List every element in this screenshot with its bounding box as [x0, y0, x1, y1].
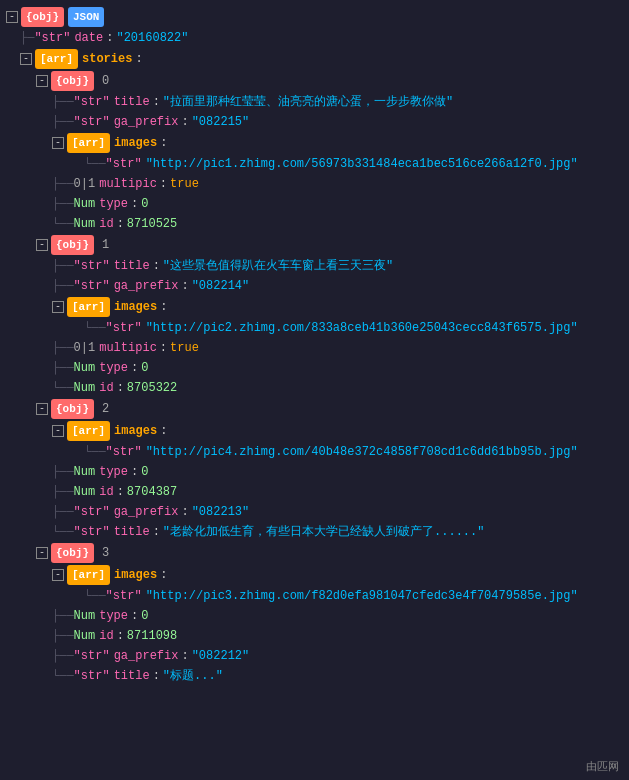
item0-type-line: ├── Num type : 0 [4, 194, 625, 214]
item1-multipic-line: ├── 0|1 multipic : true [4, 338, 625, 358]
item3-id-line: ├── Num id : 8711098 [4, 626, 625, 646]
root-toggle[interactable]: - [6, 11, 18, 23]
item3-images-line: - [arr] images : [4, 564, 625, 586]
item2-type-line: ├── Num type : 0 [4, 462, 625, 482]
item1-type-value: 0 [141, 359, 148, 377]
item2-ga-key: ga_prefix [114, 503, 179, 521]
item1-id-line: └── Num id : 8705322 [4, 378, 625, 398]
item0-line: - {obj} 0 [4, 70, 625, 92]
item0-toggle[interactable]: - [36, 75, 48, 87]
item2-images-toggle[interactable]: - [52, 425, 64, 437]
item0-images-key: images [114, 134, 157, 152]
item1-title-line: ├── "str" title : "这些景色值得趴在火车车窗上看三天三夜" [4, 256, 625, 276]
item2-title-key: title [114, 523, 150, 541]
item1-images-key: images [114, 298, 157, 316]
item0-obj-badge: {obj} [51, 71, 94, 91]
date-type-badge: "str" [34, 29, 70, 47]
stories-colon: : [135, 50, 142, 68]
item1-line: - {obj} 1 [4, 234, 625, 256]
item0-title-line: ├── "str" title : "拉面里那种红莹莹、油亮亮的溏心蛋，一步步教… [4, 92, 625, 112]
item2-type-value: 0 [141, 463, 148, 481]
item2-id-value: 8704387 [127, 483, 177, 501]
item2-line: - {obj} 2 [4, 398, 625, 420]
stories-line: - [arr] stories : [4, 48, 625, 70]
item3-type-key: type [99, 607, 128, 625]
item0-type-key: type [99, 195, 128, 213]
item3-line: - {obj} 3 [4, 542, 625, 564]
connector-date: ├─ [20, 29, 34, 47]
item1-title-key: title [114, 257, 150, 275]
root-obj-badge: {obj} [21, 7, 64, 27]
item2-id-key: id [99, 483, 113, 501]
item0-type-value: 0 [141, 195, 148, 213]
item0-images-line: - [arr] images : [4, 132, 625, 154]
item3-ga-key: ga_prefix [114, 647, 179, 665]
date-colon: : [106, 29, 113, 47]
item2-img-url: "http://pic4.zhimg.com/40b48e372c4858f70… [146, 443, 578, 461]
item3-images-toggle[interactable]: - [52, 569, 64, 581]
item2-title-value: "老龄化加低生育，有些日本大学已经缺人到破产了......" [163, 523, 485, 541]
item0-index: 0 [102, 72, 109, 90]
item0-title-value: "拉面里那种红莹莹、油亮亮的溏心蛋，一步步教你做" [163, 93, 453, 111]
item0-ga-value: "082215" [192, 113, 250, 131]
item0-ga-line: ├── "str" ga_prefix : "082215" [4, 112, 625, 132]
item2-id-line: ├── Num id : 8704387 [4, 482, 625, 502]
item2-ga-line: ├── "str" ga_prefix : "082213" [4, 502, 625, 522]
item1-type-key: type [99, 359, 128, 377]
item0-id-line: └── Num id : 8710525 [4, 214, 625, 234]
item2-ga-value: "082213" [192, 503, 250, 521]
item3-id-value: 8711098 [127, 627, 177, 645]
item1-img-url: "http://pic2.zhimg.com/833a8ceb41b360e25… [146, 319, 578, 337]
root-line: - {obj} JSON [4, 6, 625, 28]
item2-img-url-line: └── "str" "http://pic4.zhimg.com/40b48e3… [4, 442, 625, 462]
item3-id-key: id [99, 627, 113, 645]
item0-title-key: title [114, 93, 150, 111]
date-value: "20160822" [116, 29, 188, 47]
item1-ga-line: ├── "str" ga_prefix : "082214" [4, 276, 625, 296]
item1-img-url-line: └── "str" "http://pic2.zhimg.com/833a8ce… [4, 318, 625, 338]
item3-ga-value: "082212" [192, 647, 250, 665]
item1-images-toggle[interactable]: - [52, 301, 64, 313]
item1-toggle[interactable]: - [36, 239, 48, 251]
item0-id-value: 8710525 [127, 215, 177, 233]
item0-ga-key: ga_prefix [114, 113, 179, 131]
item0-multipic-key: multipic [99, 175, 157, 193]
item3-images-key: images [114, 566, 157, 584]
item2-images-line: - [arr] images : [4, 420, 625, 442]
item1-type-line: ├── Num type : 0 [4, 358, 625, 378]
date-key: date [74, 29, 103, 47]
item2-toggle[interactable]: - [36, 403, 48, 415]
stories-arr-badge: [arr] [35, 49, 78, 69]
date-line: ├─ "str" date : "20160822" [4, 28, 625, 48]
stories-key: stories [82, 50, 132, 68]
item0-id-key: id [99, 215, 113, 233]
item0-img-url-line: └── "str" "http://pic1.zhimg.com/56973b3… [4, 154, 625, 174]
json-badge: JSON [68, 7, 104, 27]
item3-title-value: "标题..." [163, 667, 223, 685]
item1-ga-value: "082214" [192, 277, 250, 295]
item2-type-key: type [99, 463, 128, 481]
item3-title-key: title [114, 667, 150, 685]
brand-text: 由匹网 [586, 761, 619, 773]
item1-id-key: id [99, 379, 113, 397]
item3-title-line: └── "str" title : "标题..." [4, 666, 625, 686]
item2-title-line: └── "str" title : "老龄化加低生育，有些日本大学已经缺人到破产… [4, 522, 625, 542]
item3-type-value: 0 [141, 607, 148, 625]
item1-ga-key: ga_prefix [114, 277, 179, 295]
item1-multipic-key: multipic [99, 339, 157, 357]
item1-title-value: "这些景色值得趴在火车车窗上看三天三夜" [163, 257, 393, 275]
item1-images-line: - [arr] images : [4, 296, 625, 318]
item0-multipic-value: true [170, 175, 199, 193]
json-viewer: - {obj} JSON ├─ "str" date : "20160822" … [0, 0, 629, 780]
item1-id-value: 8705322 [127, 379, 177, 397]
item3-toggle[interactable]: - [36, 547, 48, 559]
item0-images-toggle[interactable]: - [52, 137, 64, 149]
item3-img-url: "http://pic3.zhimg.com/f82d0efa981047cfe… [146, 587, 578, 605]
stories-toggle[interactable]: - [20, 53, 32, 65]
brand-footer: 由匹网 [586, 759, 619, 774]
item3-type-line: ├── Num type : 0 [4, 606, 625, 626]
item2-images-key: images [114, 422, 157, 440]
item1-multipic-value: true [170, 339, 199, 357]
item3-ga-line: ├── "str" ga_prefix : "082212" [4, 646, 625, 666]
item3-img-url-line: └── "str" "http://pic3.zhimg.com/f82d0ef… [4, 586, 625, 606]
